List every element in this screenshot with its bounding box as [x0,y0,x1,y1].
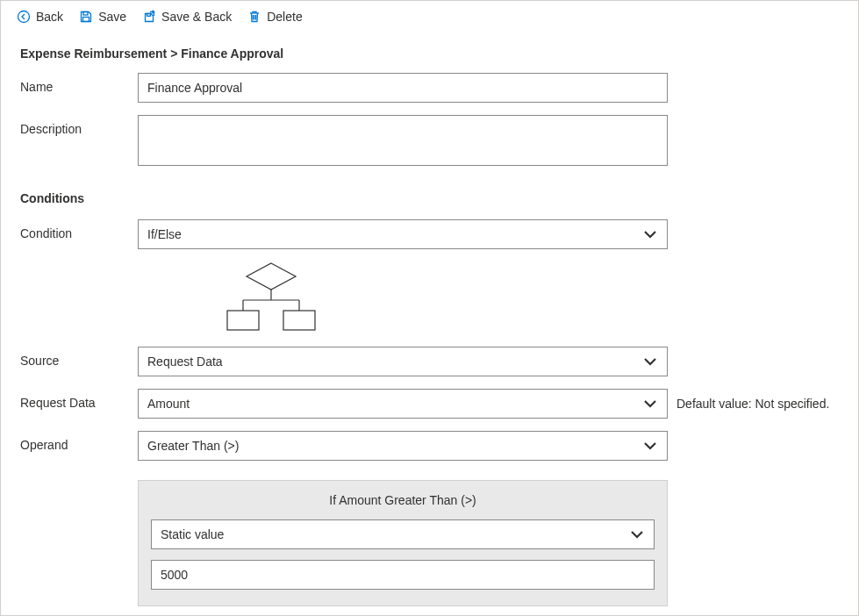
source-select-value: Request Data [147,355,223,369]
svg-rect-3 [147,14,151,17]
arrow-left-circle-icon [17,10,31,24]
chevron-down-icon [629,526,645,542]
conditions-heading: Conditions [20,191,839,205]
breadcrumb-current: Finance Approval [181,47,283,61]
svg-rect-10 [283,311,315,330]
description-label: Description [20,115,138,136]
description-row: Description [20,115,839,168]
value-type-select-value: Static value [161,527,224,541]
breadcrumb-separator: > [167,47,181,61]
operand-select-value: Greater Than (>) [147,439,239,453]
static-value-input[interactable] [151,560,655,590]
svg-marker-4 [247,263,296,290]
condition-row: Condition If/Else [20,219,839,249]
name-label: Name [20,73,138,94]
condition-select-value: If/Else [147,227,182,241]
name-row: Name [20,73,839,103]
save-back-label: Save & Back [161,10,232,24]
page-frame: Back Save Save & Back [0,0,859,616]
ifelse-diagram-row [20,261,839,336]
breadcrumb-parent[interactable]: Expense Reimbursement [20,47,167,61]
trash-icon [247,10,261,24]
save-button[interactable]: Save [79,10,126,24]
svg-rect-1 [83,12,88,16]
description-input[interactable] [138,115,668,166]
delete-button[interactable]: Delete [247,10,302,24]
source-row: Source Request Data [20,347,839,376]
request-data-select[interactable]: Amount [138,389,668,419]
svg-rect-2 [83,18,89,22]
back-button[interactable]: Back [17,10,63,24]
operand-row: Operand Greater Than (>) [20,431,839,461]
request-data-row: Request Data Amount Default value: Not s… [20,389,839,419]
request-data-hint: Default value: Not specified. [676,397,829,411]
back-label: Back [36,10,63,24]
save-back-button[interactable]: Save & Back [142,10,232,24]
chevron-down-icon [642,396,658,412]
delete-label: Delete [267,10,302,24]
save-icon [79,10,93,24]
svg-point-0 [18,11,30,23]
request-data-label: Request Data [20,389,138,410]
svg-rect-9 [227,311,259,330]
chevron-down-icon [642,354,658,369]
source-label: Source [20,347,138,368]
breadcrumb: Expense Reimbursement > Finance Approval [20,47,839,61]
source-select[interactable]: Request Data [138,347,668,376]
name-input[interactable] [138,73,668,103]
condition-select[interactable]: If/Else [138,219,668,249]
chevron-down-icon [642,226,658,242]
condition-label: Condition [20,219,138,240]
save-label: Save [98,10,126,24]
chevron-down-icon [642,438,658,454]
value-type-select[interactable]: Static value [151,519,655,549]
if-condition-panel: If Amount Greater Than (>) Static value [138,480,668,606]
ifelse-diagram-icon [210,261,333,336]
operand-label: Operand [20,431,138,452]
if-condition-title: If Amount Greater Than (>) [151,493,655,507]
operand-select[interactable]: Greater Than (>) [138,431,668,461]
toolbar: Back Save Save & Back [1,1,858,31]
request-data-select-value: Amount [147,397,190,411]
save-back-icon [142,10,156,24]
content-area: Expense Reimbursement > Finance Approval… [1,31,858,616]
